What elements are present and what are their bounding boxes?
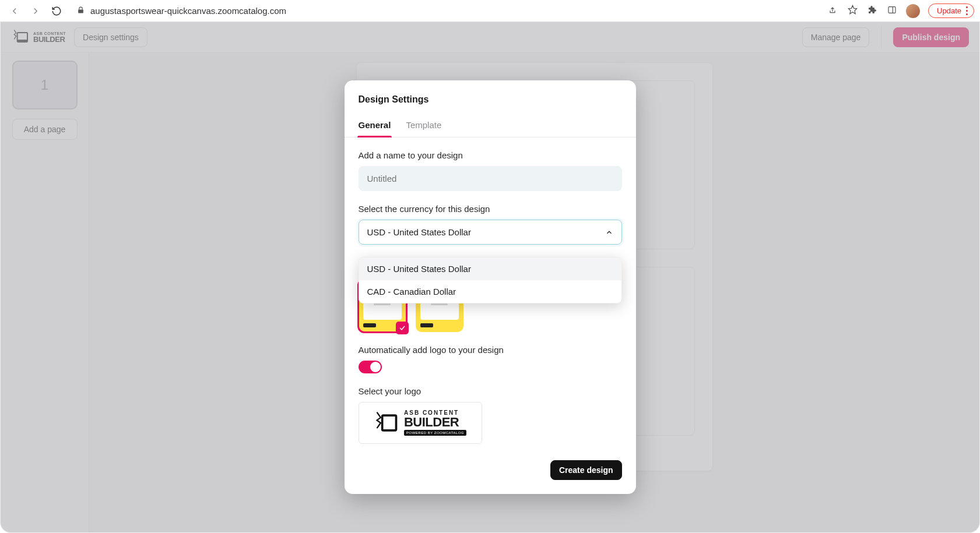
currency-label: Select the currency for this design bbox=[359, 204, 622, 214]
currency-selected-value: USD - United States Dollar bbox=[367, 227, 471, 237]
update-label: Update bbox=[937, 6, 961, 15]
svg-marker-0 bbox=[848, 5, 856, 13]
nav-reload-button[interactable] bbox=[48, 2, 65, 20]
extensions-icon[interactable] bbox=[866, 5, 878, 17]
design-name-input[interactable] bbox=[359, 166, 622, 191]
create-design-button[interactable]: Create design bbox=[550, 460, 622, 480]
select-logo-label: Select your logo bbox=[359, 386, 622, 396]
selected-check-icon bbox=[396, 322, 409, 334]
currency-select[interactable]: USD - United States Dollar bbox=[359, 220, 622, 245]
auto-logo-toggle[interactable] bbox=[359, 361, 382, 373]
app-frame: ASB CONTENT BUILDER Design settings Mana… bbox=[0, 22, 980, 533]
auto-logo-label: Automatically add logo to your design bbox=[359, 345, 622, 355]
browser-chrome: augustasportswear-quickcanvas.zoomcatalo… bbox=[0, 0, 980, 22]
share-icon[interactable] bbox=[827, 5, 838, 17]
currency-dropdown: USD - United States Dollar CAD - Canadia… bbox=[359, 257, 622, 303]
lock-icon bbox=[77, 6, 85, 16]
logo-preview[interactable]: ASB CONTENT BUILDER POWERED BY ZOOMCATAL… bbox=[359, 402, 482, 444]
address-bar-url[interactable]: augustasportswear-quickcanvas.zoomcatalo… bbox=[90, 6, 286, 16]
panel-icon[interactable] bbox=[886, 5, 898, 17]
profile-avatar[interactable] bbox=[906, 4, 920, 18]
currency-option-cad[interactable]: CAD - Canadian Dollar bbox=[359, 280, 621, 303]
browser-update-button[interactable]: Update bbox=[928, 3, 974, 18]
chevron-up-icon bbox=[605, 228, 613, 237]
tab-template[interactable]: Template bbox=[406, 115, 441, 137]
modal-title: Design Settings bbox=[359, 94, 622, 105]
svg-rect-1 bbox=[888, 6, 895, 13]
builder-logo-icon bbox=[374, 409, 399, 437]
tab-general[interactable]: General bbox=[359, 115, 391, 137]
design-name-label: Add a name to your design bbox=[359, 150, 622, 160]
svg-rect-5 bbox=[382, 415, 396, 430]
design-settings-modal: Design Settings General Template Add a n… bbox=[345, 80, 636, 494]
nav-forward-button[interactable] bbox=[27, 2, 44, 20]
modal-tabs: General Template bbox=[345, 115, 636, 137]
nav-back-button[interactable] bbox=[6, 2, 23, 20]
logo-preview-text-mid: BUILDER bbox=[404, 416, 459, 429]
currency-option-usd[interactable]: USD - United States Dollar bbox=[359, 257, 621, 280]
kebab-icon bbox=[966, 6, 968, 15]
bookmark-star-icon[interactable] bbox=[846, 5, 858, 17]
logo-preview-text-bottom: POWERED BY ZOOMCATALOG bbox=[404, 430, 466, 436]
